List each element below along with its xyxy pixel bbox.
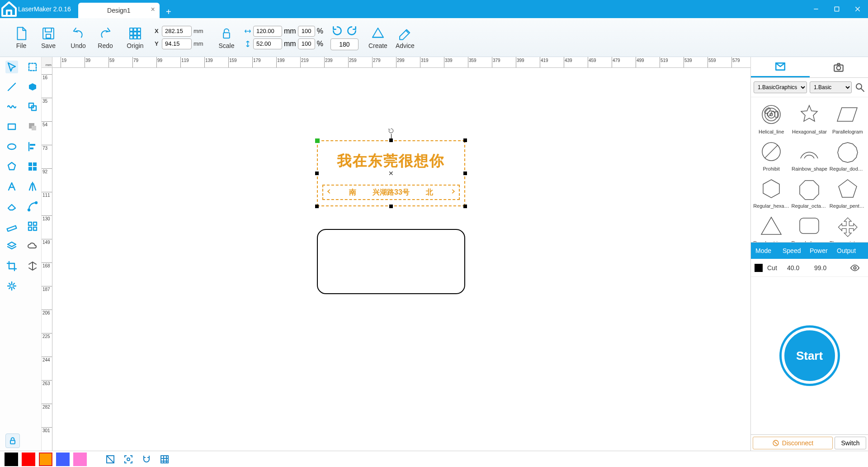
shape-regular_hexagon[interactable]: Regular_hexagon	[753, 174, 790, 210]
fill-shape-tool[interactable]	[26, 81, 39, 93]
advice-button[interactable]: Advice	[395, 26, 415, 49]
copy-shape-tool[interactable]	[26, 100, 39, 113]
selected-object[interactable]: ✕ 我在东莞很想你 南 兴湖路33号 北	[317, 140, 465, 206]
scale-button[interactable]: Scale	[216, 26, 237, 49]
shape-hexagonal_star[interactable]: Hexagonal_star	[791, 100, 828, 136]
width-pct-input[interactable]	[298, 26, 315, 37]
color-swatch-2[interactable]	[39, 453, 52, 466]
marquee-tool[interactable]	[26, 61, 39, 73]
origin-handle[interactable]	[315, 138, 320, 143]
canvas-lock-toggle[interactable]	[5, 434, 20, 448]
footer-grid-tool[interactable]	[157, 452, 172, 467]
align-left-tool[interactable]	[26, 140, 39, 153]
poly-sub-tool[interactable]	[26, 120, 39, 133]
color-swatch-3[interactable]	[56, 453, 70, 466]
shape-rainbow_shape[interactable]: Rainbow_shape	[791, 137, 828, 173]
tab-close-icon[interactable]: ×	[151, 5, 155, 14]
library-category-select[interactable]: 1.BasicGraphics	[754, 81, 807, 93]
shape-regular_pentagon[interactable]: Regular_pentagon	[829, 174, 866, 210]
camera-tab[interactable]	[810, 57, 868, 77]
svg-rect-10	[134, 32, 137, 35]
switch-button[interactable]: Switch	[835, 437, 866, 449]
mirror-tool[interactable]	[26, 180, 39, 193]
canvas[interactable]: mm 1939597999119139159179199219239259279…	[42, 57, 750, 451]
ruler-tool[interactable]	[5, 220, 18, 233]
start-button[interactable]: Start	[782, 328, 838, 384]
shape-regular_octagon[interactable]: Regular_octagon	[791, 174, 828, 210]
undo-button[interactable]: Undo	[68, 26, 89, 49]
crop-tool[interactable]	[5, 260, 18, 272]
stage[interactable]: ✕ 我在东莞很想你 南 兴湖路33号 北	[52, 68, 750, 451]
select-tool[interactable]	[5, 61, 18, 73]
color-swatch-4[interactable]	[73, 453, 87, 466]
polygon-tool[interactable]	[5, 160, 18, 173]
shape-regular_triangle[interactable]: Regular_triangle	[753, 211, 790, 242]
layer-visibility-toggle[interactable]	[841, 263, 868, 273]
svg-rect-5	[46, 34, 51, 38]
shape-helical_line[interactable]: Helical_line	[753, 100, 790, 136]
y-input[interactable]	[162, 38, 192, 49]
rotate-cw-icon[interactable]	[346, 25, 358, 37]
close-button[interactable]	[847, 0, 868, 18]
layer-head-output: Output	[837, 247, 868, 254]
footer-focus-tool[interactable]	[121, 452, 136, 467]
height-input[interactable]	[253, 38, 282, 49]
rounded-rect-object[interactable]	[317, 229, 465, 294]
minimize-button[interactable]	[806, 0, 826, 18]
height-pct-input[interactable]	[298, 38, 315, 49]
dir-right-label: 北	[426, 188, 433, 197]
laser-tool[interactable]	[5, 280, 18, 292]
library-search-icon[interactable]	[854, 82, 865, 93]
color-swatch-0[interactable]	[5, 453, 18, 466]
layer-color-swatch[interactable]	[755, 264, 763, 272]
shape-regular_dodecagon[interactable]: Regular_dodecagon	[829, 137, 866, 173]
shape-prohibit[interactable]: Prohibit	[753, 137, 790, 173]
footer-magnet-tool[interactable]	[139, 452, 154, 467]
maximize-button[interactable]	[826, 0, 847, 18]
shape-three-point_arrow[interactable]: Three-point_arrow	[829, 211, 866, 242]
file-button[interactable]: File	[11, 26, 32, 49]
handle-ml[interactable]	[315, 172, 319, 175]
layers-tool[interactable]	[5, 240, 18, 253]
handle-bl[interactable]	[315, 205, 319, 208]
redo-button[interactable]: Redo	[95, 26, 116, 49]
footer-crop-tool[interactable]	[103, 452, 118, 467]
cloud-tool[interactable]	[26, 240, 39, 253]
handle-mr[interactable]	[463, 172, 467, 175]
create-button[interactable]: Create	[368, 26, 388, 49]
tab-design1[interactable]: Design1 ×	[78, 3, 160, 18]
eraser-tool[interactable]	[5, 200, 18, 213]
disconnect-button[interactable]: Disconnect	[753, 437, 833, 449]
wave-tool[interactable]	[5, 100, 18, 113]
x-input[interactable]	[162, 26, 192, 37]
curve-edit-tool[interactable]	[26, 200, 39, 213]
library-subcat-select[interactable]: 1.Basic	[810, 81, 852, 93]
arrow-left-icon	[326, 188, 332, 196]
save-button[interactable]: Save	[38, 26, 59, 49]
rotation-input[interactable]	[330, 38, 359, 50]
origin-button[interactable]: Origin	[125, 26, 146, 49]
color-swatch-1[interactable]	[22, 453, 35, 466]
array-tool[interactable]	[26, 220, 39, 233]
ellipse-tool[interactable]	[5, 140, 18, 153]
rotate-ccw-icon[interactable]	[331, 25, 343, 37]
layer-row-1[interactable]: Cut 40.0 99.0	[751, 259, 868, 277]
width-input[interactable]	[253, 26, 282, 37]
handle-tr[interactable]	[463, 138, 467, 142]
rect-tool[interactable]	[5, 120, 18, 133]
rotation-handle[interactable]	[388, 128, 394, 136]
shape-rounded_rectangle[interactable]: Rounded_rectangle	[791, 211, 828, 242]
3d-tool[interactable]	[26, 260, 39, 272]
text-tool[interactable]	[5, 180, 18, 193]
home-button[interactable]	[0, 0, 18, 18]
line-tool[interactable]	[5, 81, 18, 93]
handle-br[interactable]	[463, 205, 467, 208]
library-tab[interactable]	[751, 57, 810, 77]
grid-shape-tool[interactable]	[26, 160, 39, 173]
svg-rect-28	[33, 167, 37, 171]
tab-add-button[interactable]: +	[162, 5, 175, 18]
handle-bm[interactable]	[389, 205, 393, 208]
shape-parallelogram[interactable]: Parallelogram	[829, 100, 866, 136]
tab-title: Design1	[107, 7, 130, 14]
handle-tm[interactable]	[389, 138, 393, 142]
